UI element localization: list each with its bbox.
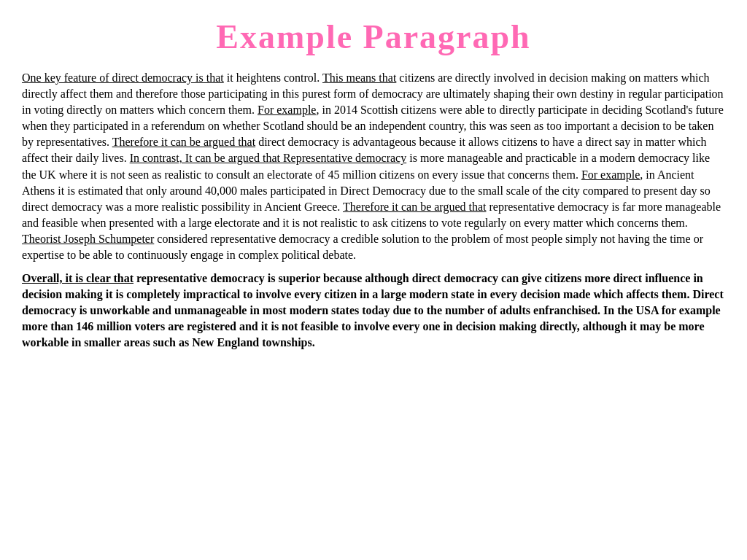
paragraph-2: Overall, it is clear that representative… xyxy=(22,271,725,351)
underline-overall: Overall, it is clear that xyxy=(22,272,133,284)
underline-for-example-1: For example xyxy=(258,104,316,116)
underline-therefore-1: Therefore it can be argued that xyxy=(112,136,256,148)
underline-theorist: Theorist Joseph Schumpeter xyxy=(22,233,154,245)
underline-this-means: This means that xyxy=(322,71,396,84)
underline-key-feature: One key feature of direct democracy is t… xyxy=(22,71,224,84)
paragraph-1: One key feature of direct democracy is t… xyxy=(22,70,725,263)
main-content: One key feature of direct democracy is t… xyxy=(22,70,725,351)
page-title: Example Paragraph xyxy=(22,15,725,60)
underline-therefore-2: Therefore it can be argued that xyxy=(343,201,487,213)
underline-for-example-2: For example xyxy=(581,168,640,181)
underline-in-contrast: In contrast, It can be argued that Repre… xyxy=(130,152,407,164)
